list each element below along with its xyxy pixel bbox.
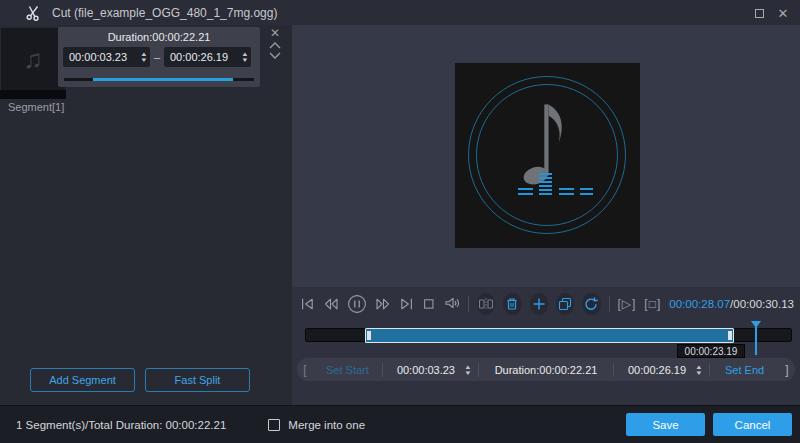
maximize-button[interactable] <box>750 4 768 22</box>
add-segment-button[interactable]: Add Segment <box>30 368 135 392</box>
segment-mini-progress <box>64 78 254 81</box>
merge-checkbox-label[interactable]: Merge into one <box>288 419 365 431</box>
close-bracket: ] <box>779 363 795 377</box>
add-button[interactable] <box>530 293 548 315</box>
audio-artwork <box>455 63 640 248</box>
trim-control-bar: [ Set Start 00:00:03.23 ▲ ▼ Duration:00:… <box>297 358 795 381</box>
copy-button[interactable] <box>556 293 574 315</box>
segment-start-stepper[interactable]: ▲ ▼ <box>137 47 150 67</box>
transport-bar: [▷] [□] 00:00:28.07/00:00:30.13 <box>300 293 794 315</box>
segment-thumbnail[interactable]: ♫ <box>1 28 65 90</box>
trim-duration-label: Duration:00:00:22.21 <box>479 364 613 376</box>
set-end-button[interactable]: Set End <box>710 364 779 376</box>
player-panel: [▷] [□] 00:00:28.07/00:00:30.13 00:00:23… <box>292 25 800 405</box>
fast-forward-icon[interactable] <box>375 296 391 312</box>
time-display: 00:00:28.07/00:00:30.13 <box>669 298 794 310</box>
fast-split-button[interactable]: Fast Split <box>145 368 250 392</box>
trim-start-input[interactable]: 00:00:03.23 ▲ ▼ <box>383 364 478 376</box>
close-button[interactable]: ✕ <box>774 4 792 22</box>
preview-area <box>292 25 800 287</box>
segment-label: Segment[1] <box>8 101 64 113</box>
segment-list-panel: ♫ Segment[1] Duration:00:00:22.21 00:00:… <box>0 25 292 405</box>
timeline-track[interactable]: 00:00:23.19 <box>305 328 792 342</box>
trim-end-input[interactable]: 00:00:26.19 ▲ ▼ <box>614 364 709 376</box>
stepper-down-icon[interactable]: ▼ <box>464 370 472 376</box>
footer-bar: 1 Segment(s)/Total Duration: 00:00:22.21… <box>0 405 800 443</box>
segment-start-value: 00:00:03.23 <box>63 47 137 67</box>
close-icon: ✕ <box>778 6 789 21</box>
toolbar-separator <box>609 296 610 312</box>
segment-start-input[interactable]: 00:00:03.23 ▲ ▼ <box>63 47 150 67</box>
segment-end-stepper[interactable]: ▲ ▼ <box>238 47 251 67</box>
timeline-selection[interactable] <box>365 328 734 343</box>
stop-selection-button[interactable]: [□] <box>644 297 661 311</box>
stepper-down-icon[interactable]: ▼ <box>241 57 249 63</box>
thumbnail-strip <box>0 90 66 99</box>
set-start-button[interactable]: Set Start <box>313 364 382 376</box>
music-note-icon: ♫ <box>23 44 43 75</box>
titlebar: Cut (file_example_OGG_480_1_7mg.ogg) ✕ <box>0 0 800 25</box>
segment-editor-popup: Duration:00:00:22.21 00:00:03.23 ▲ ▼ – 0… <box>58 27 260 87</box>
pause-button-icon[interactable] <box>347 294 367 314</box>
merge-checkbox[interactable] <box>268 419 280 431</box>
move-up-icon[interactable] <box>269 42 281 49</box>
delete-button[interactable] <box>503 293 521 315</box>
selection-end-handle[interactable] <box>728 331 732 340</box>
selection-start-handle[interactable] <box>367 331 371 340</box>
open-bracket: [ <box>297 363 313 377</box>
reset-button[interactable] <box>582 293 600 315</box>
cut-dialog-window: Cut (file_example_OGG_480_1_7mg.ogg) ✕ ♫… <box>0 0 800 443</box>
split-segment-button[interactable] <box>477 293 495 315</box>
segment-duration-label: Duration:00:00:22.21 <box>58 27 260 43</box>
stepper-down-icon[interactable]: ▼ <box>695 370 703 376</box>
playhead-line[interactable] <box>755 327 757 355</box>
window-title: Cut (file_example_OGG_480_1_7mg.ogg) <box>52 6 277 20</box>
volume-icon[interactable] <box>444 296 460 312</box>
player-controls-area: [▷] [□] 00:00:28.07/00:00:30.13 00:00:23… <box>292 287 800 405</box>
total-time: 00:00:30.13 <box>733 298 794 310</box>
range-separator: – <box>150 51 164 63</box>
skip-end-icon[interactable] <box>399 296 414 312</box>
scissors-icon <box>25 5 41 21</box>
trim-end-value: 00:00:26.19 <box>618 364 692 376</box>
cancel-button[interactable]: Cancel <box>713 413 792 436</box>
delete-segment-icon[interactable]: ✕ <box>270 27 280 39</box>
segment-end-value: 00:00:26.19 <box>164 47 238 67</box>
segment-mini-progress-fill <box>93 78 234 81</box>
trim-end-stepper[interactable]: ▲ ▼ <box>692 364 705 376</box>
segment-end-input[interactable]: 00:00:26.19 ▲ ▼ <box>164 47 251 67</box>
playhead-tooltip: 00:00:23.19 <box>677 344 745 358</box>
save-button[interactable]: Save <box>626 413 705 436</box>
stop-icon[interactable] <box>422 296 436 312</box>
maximize-icon <box>755 9 764 18</box>
stepper-down-icon[interactable]: ▼ <box>140 57 148 63</box>
segment-summary: 1 Segment(s)/Total Duration: 00:00:22.21 <box>16 419 226 431</box>
play-selection-button[interactable]: [▷] <box>617 297 636 311</box>
skip-start-icon[interactable] <box>300 296 315 312</box>
current-time: 00:00:28.07 <box>669 298 730 310</box>
trim-start-value: 00:00:03.23 <box>387 364 461 376</box>
move-down-icon[interactable] <box>269 52 281 59</box>
toolbar-separator <box>468 296 469 312</box>
rewind-icon[interactable] <box>323 296 339 312</box>
trim-start-stepper[interactable]: ▲ ▼ <box>461 364 474 376</box>
segment-editor-rail: ✕ <box>266 27 284 59</box>
